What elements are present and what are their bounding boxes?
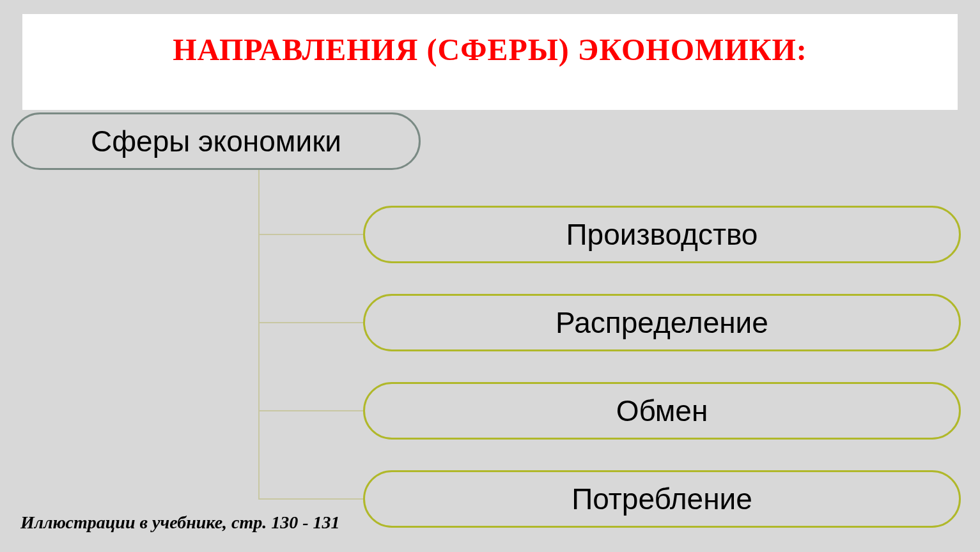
connector-vertical: [258, 170, 260, 500]
root-node-label: Сферы экономики: [91, 124, 341, 158]
child-label: Потребление: [572, 482, 752, 516]
child-node-distribution: Распределение: [363, 294, 961, 351]
root-node: Сферы экономики: [12, 112, 421, 170]
child-node-production: Производство: [363, 206, 961, 263]
connector-horizontal-4: [258, 498, 363, 500]
child-label: Производство: [566, 217, 758, 252]
connector-horizontal-2: [258, 322, 363, 323]
child-node-consumption: Потребление: [363, 470, 961, 528]
connector-horizontal-1: [258, 234, 363, 235]
slide-title: НАПРАВЛЕНИЯ (СФЕРЫ) ЭКОНОМИКИ:: [173, 32, 807, 67]
child-node-exchange: Обмен: [363, 382, 961, 440]
child-label: Распределение: [556, 305, 768, 340]
connector-horizontal-3: [258, 410, 363, 411]
title-band: НАПРАВЛЕНИЯ (СФЕРЫ) ЭКОНОМИКИ:: [22, 14, 958, 110]
child-label: Обмен: [616, 394, 708, 428]
footer-note: Иллюстрации в учебнике, стр. 130 - 131: [20, 512, 340, 533]
